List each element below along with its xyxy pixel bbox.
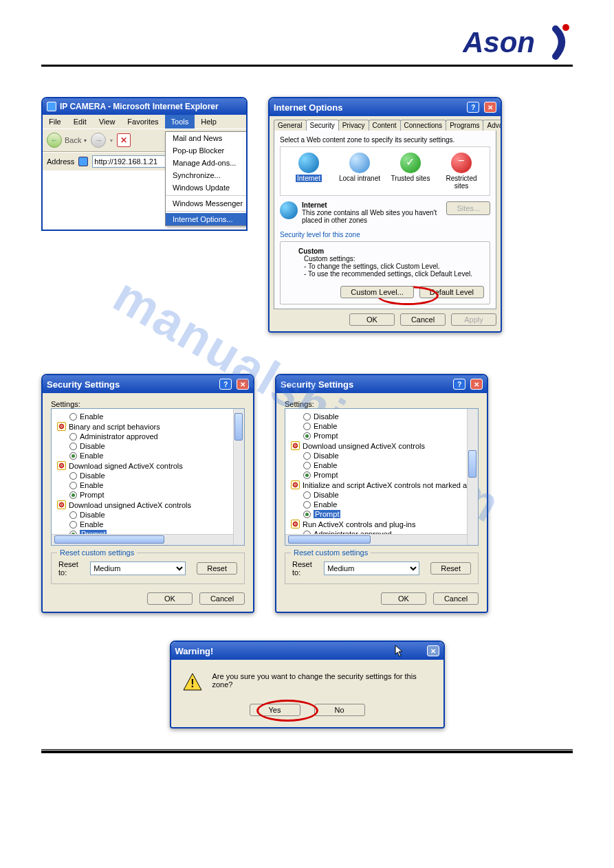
ss-right-cancel-button[interactable]: Cancel — [433, 592, 479, 605]
zone-internet[interactable]: Internet — [287, 153, 331, 190]
tab-advanced[interactable]: Advanced — [483, 120, 502, 131]
scroll-thumb[interactable] — [468, 450, 476, 478]
help-button[interactable]: ? — [467, 102, 479, 113]
radio-icon[interactable] — [303, 423, 311, 430]
setting-option[interactable]: Enable — [287, 500, 476, 509]
setting-option[interactable]: Disable — [53, 510, 243, 520]
ie-menu-favorites[interactable]: Favorites — [121, 115, 164, 129]
setting-option[interactable]: Disable — [53, 471, 243, 480]
radio-icon[interactable] — [69, 433, 77, 441]
menu-windows-update[interactable]: Windows Update — [166, 181, 248, 194]
menu-synchronize[interactable]: Synchronize... — [166, 169, 248, 181]
help-button[interactable]: ? — [219, 379, 232, 390]
radio-icon[interactable] — [69, 521, 77, 528]
radio-icon[interactable] — [69, 452, 77, 460]
vertical-scrollbar[interactable] — [233, 409, 244, 545]
setting-option[interactable]: Administrator approved — [53, 432, 243, 441]
radio-icon[interactable] — [303, 413, 311, 421]
ie-menu-view[interactable]: View — [93, 115, 122, 129]
radio-icon[interactable] — [303, 432, 311, 440]
io-zone-picker[interactable]: Internet Local intranet ✓ Trusted sites … — [280, 146, 490, 196]
io-tabs[interactable]: General Security Privacy Content Connect… — [274, 119, 496, 131]
zone-trusted-label: Trusted sites — [388, 175, 432, 182]
ss-right-reset-select[interactable]: Medium — [324, 561, 419, 575]
setting-option[interactable]: Disable — [287, 451, 476, 460]
ss-right-reset-button[interactable]: Reset — [430, 562, 471, 575]
radio-icon[interactable] — [303, 462, 311, 469]
ss-left-cancel-button[interactable]: Cancel — [199, 592, 245, 605]
vertical-scrollbar[interactable] — [467, 409, 478, 545]
setting-option[interactable]: Enable — [53, 480, 243, 490]
close-button[interactable]: ✕ — [427, 645, 439, 656]
zone-local-intranet[interactable]: Local intranet — [338, 153, 382, 190]
tools-dropdown[interactable]: Mail and News Pop-up Blocker Manage Add-… — [165, 131, 248, 226]
menu-popup-blocker[interactable]: Pop-up Blocker — [166, 144, 248, 157]
setting-option[interactable]: Disable — [287, 412, 476, 421]
close-button[interactable]: ✕ — [484, 102, 496, 113]
horizontal-scrollbar[interactable] — [285, 534, 467, 545]
custom-level-button[interactable]: Custom Level... — [340, 286, 413, 298]
ss-left-reset-select[interactable]: Medium — [90, 561, 186, 575]
close-button[interactable]: ✕ — [470, 379, 483, 390]
forward-button[interactable]: → — [91, 133, 106, 148]
setting-option[interactable]: Disable — [53, 441, 243, 451]
setting-option[interactable]: Enable — [53, 451, 243, 460]
menu-internet-options[interactable]: Internet Options... — [166, 213, 248, 225]
back-button[interactable]: ← Back ▾ — [47, 133, 87, 148]
ie-menu-file[interactable]: File — [43, 115, 67, 129]
radio-icon[interactable] — [69, 482, 77, 489]
tab-connections[interactable]: Connections — [400, 120, 447, 131]
horizontal-scrollbar[interactable] — [52, 534, 233, 545]
zone-trusted-sites[interactable]: ✓ Trusted sites — [388, 153, 432, 190]
menu-mail-and-news[interactable]: Mail and News — [166, 132, 248, 144]
scroll-thumb[interactable] — [234, 413, 243, 441]
menu-manage-addons[interactable]: Manage Add-ons... — [166, 157, 248, 169]
tab-privacy[interactable]: Privacy — [338, 120, 369, 131]
setting-option[interactable]: Prompt — [287, 470, 476, 480]
help-button[interactable]: ? — [453, 379, 465, 390]
stop-button[interactable]: ✕ — [117, 133, 131, 147]
radio-icon[interactable] — [69, 443, 77, 450]
setting-option[interactable]: Prompt — [287, 509, 476, 519]
setting-option[interactable]: Enable — [53, 412, 243, 421]
radio-icon[interactable] — [303, 511, 311, 518]
setting-option[interactable]: Disable — [287, 490, 476, 500]
tab-content[interactable]: Content — [369, 120, 401, 131]
radio-icon[interactable] — [69, 491, 77, 499]
radio-icon[interactable] — [303, 501, 311, 509]
radio-icon[interactable] — [69, 511, 77, 519]
warn-no-button[interactable]: No — [314, 704, 365, 716]
close-button[interactable]: ✕ — [237, 379, 249, 390]
ie-menubar[interactable]: File Edit View Favorites Tools Help — [43, 115, 246, 129]
hscroll-thumb[interactable] — [288, 535, 371, 544]
category-icon: ⚙ — [291, 480, 300, 489]
ss-right-list[interactable]: DisableEnablePrompt⚙Download unsigned Ac… — [285, 408, 479, 546]
ss-right-ok-button[interactable]: OK — [381, 592, 426, 605]
menu-windows-messenger[interactable]: Windows Messenger — [166, 197, 248, 210]
setting-option[interactable]: Enable — [287, 421, 476, 431]
ie-menu-tools[interactable]: Tools — [165, 115, 195, 129]
setting-option[interactable]: Prompt — [53, 490, 243, 500]
tab-general[interactable]: General — [274, 120, 307, 131]
default-level-button[interactable]: Default Level — [419, 286, 484, 298]
setting-option[interactable]: Prompt — [287, 431, 476, 441]
ss-left-list[interactable]: Enable⚙Binary and script behaviorsAdmini… — [51, 408, 245, 546]
radio-icon[interactable] — [69, 472, 77, 480]
hscroll-thumb[interactable] — [54, 535, 164, 544]
io-cancel-button[interactable]: Cancel — [400, 313, 446, 326]
ie-menu-edit[interactable]: Edit — [67, 115, 93, 129]
radio-icon[interactable] — [303, 471, 311, 479]
ie-menu-help[interactable]: Help — [195, 115, 223, 129]
tab-programs[interactable]: Programs — [446, 120, 483, 131]
radio-icon[interactable] — [303, 491, 311, 499]
ss-left-reset-button[interactable]: Reset — [197, 562, 237, 575]
zone-restricted-sites[interactable]: − Restricted sites — [439, 153, 483, 190]
warn-yes-button[interactable]: Yes — [250, 704, 300, 716]
ss-left-ok-button[interactable]: OK — [147, 592, 193, 605]
radio-icon[interactable] — [303, 452, 311, 460]
radio-icon[interactable] — [69, 413, 77, 421]
setting-option[interactable]: Enable — [287, 460, 476, 470]
setting-option[interactable]: Enable — [53, 520, 243, 529]
io-ok-button[interactable]: OK — [349, 313, 395, 326]
tab-security[interactable]: Security — [306, 120, 339, 131]
